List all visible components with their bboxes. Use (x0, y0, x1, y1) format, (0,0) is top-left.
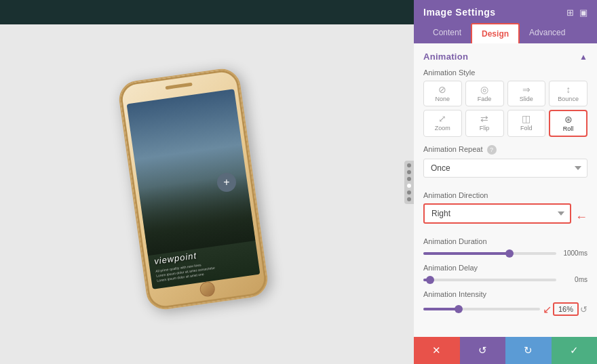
skyline-overlay (138, 173, 255, 255)
animation-intensity-track (423, 308, 540, 310)
save-button[interactable]: ✓ (552, 337, 598, 364)
anim-none[interactable]: ⊘ None (423, 81, 462, 106)
anim-none-label: None (436, 96, 450, 102)
panel-title: Image Settings (423, 7, 496, 18)
plus-icon: + (223, 176, 229, 188)
animation-intensity-fill (423, 308, 459, 310)
animation-delay-field: Animation Delay 0ms (423, 264, 588, 283)
phone-speaker (165, 82, 192, 89)
scroll-dot (407, 197, 411, 201)
add-element-button[interactable]: + (217, 173, 236, 192)
fold-icon: ◫ (522, 114, 531, 123)
phone-mockup: viewpoint All prime quality with new lin… (132, 74, 254, 304)
phone-frame: viewpoint All prime quality with new lin… (117, 66, 270, 312)
anim-zoom-label: Zoom (435, 125, 450, 132)
animation-delay-label: Animation Delay (423, 264, 588, 272)
animation-repeat-select[interactable]: Once Loop Infinite (423, 159, 588, 178)
anim-roll[interactable]: ⊛ Roll (549, 110, 588, 137)
tab-advanced[interactable]: Advanced (520, 23, 575, 43)
repeat-help-icon[interactable]: ? (487, 145, 497, 155)
scroll-dot-active (407, 184, 411, 188)
anim-slide[interactable]: ⇒ Slide (507, 81, 546, 106)
panel-body: Animation ▲ Animation Style ⊘ None ◎ Fad… (414, 43, 597, 337)
animation-duration-field: Animation Duration 1000ms (423, 237, 588, 257)
canvas-top-bar (0, 0, 414, 24)
anim-fold-label: Fold (520, 125, 533, 132)
intensity-reset-icon[interactable]: ↺ (580, 304, 588, 315)
anim-slide-label: Slide (520, 96, 533, 102)
action-bar: ✕ ↺ ↻ ✓ (414, 337, 597, 364)
panel-header: Image Settings ⊞ ▣ Content Design Advanc… (414, 0, 597, 43)
zoom-icon: ⤢ (438, 114, 446, 123)
settings-panel: Image Settings ⊞ ▣ Content Design Advanc… (414, 0, 597, 364)
tab-content[interactable]: Content (423, 23, 471, 43)
animation-delay-value: 0ms (562, 276, 588, 283)
animation-delay-thumb[interactable] (426, 276, 434, 284)
none-icon: ⊘ (438, 85, 446, 94)
fade-icon: ◎ (480, 85, 488, 94)
direction-arrow-indicator: ← (575, 210, 588, 224)
animation-section-header: Animation ▲ (423, 52, 588, 62)
settings-icon[interactable]: ⊞ (566, 7, 574, 18)
anim-roll-label: Roll (563, 125, 574, 132)
anim-fold[interactable]: ◫ Fold (507, 110, 546, 137)
animation-duration-label: Animation Duration (423, 237, 588, 245)
tab-design[interactable]: Design (471, 23, 520, 43)
direction-select-wrapper: Right Left Top Bottom Center (423, 203, 571, 224)
animation-direction-field: Animation Direction Right Left Top Botto… (423, 191, 588, 230)
panel-title-icons: ⊞ ▣ (566, 7, 588, 18)
phone-screen: viewpoint All prime quality with new lin… (127, 89, 261, 289)
redo-button[interactable]: ↻ (505, 337, 552, 364)
animation-repeat-field: Animation Repeat ? Once Loop Infinite (423, 145, 588, 184)
animation-delay-track (423, 279, 556, 281)
animation-direction-label: Animation Direction (423, 191, 588, 199)
anim-fade[interactable]: ◎ Fade (465, 81, 504, 106)
bounce-icon: ↕ (566, 85, 571, 94)
scroll-dot (407, 190, 411, 195)
animation-style-label: Animation Style (423, 68, 588, 77)
animation-duration-slider-row: 1000ms (423, 249, 588, 257)
animation-delay-slider-row: 0ms (423, 276, 588, 283)
animation-intensity-value: 16% (553, 302, 579, 316)
flip-icon: ⇄ (480, 114, 488, 123)
anim-flip-label: Flip (480, 125, 490, 132)
scroll-dot (407, 177, 411, 181)
scroll-indicator (404, 161, 414, 204)
animation-style-grid: ⊘ None ◎ Fade ⇒ Slide ↕ Bounce ⤢ Zoom (423, 81, 588, 137)
anim-zoom[interactable]: ⤢ Zoom (423, 110, 462, 137)
anim-bounce-label: Bounce (558, 96, 579, 102)
anim-flip[interactable]: ⇄ Flip (465, 110, 504, 137)
anim-bounce[interactable]: ↕ Bounce (549, 81, 588, 106)
reset-button[interactable]: ↺ (460, 337, 506, 364)
animation-duration-track (423, 252, 556, 255)
animation-duration-thumb[interactable] (505, 249, 514, 258)
animation-intensity-field: Animation Intensity ↙ 16% ↺ (423, 290, 588, 316)
anim-fade-label: Fade (478, 96, 492, 102)
slide-icon: ⇒ (522, 85, 531, 94)
layout-icon[interactable]: ▣ (579, 7, 588, 18)
animation-repeat-label: Animation Repeat ? (423, 145, 588, 155)
animation-duration-fill (423, 252, 509, 255)
panel-tabs: Content Design Advanced (423, 23, 588, 43)
animation-direction-select[interactable]: Right Left Top Bottom Center (423, 203, 571, 224)
animation-intensity-label: Animation Intensity (423, 290, 588, 298)
section-collapse-icon[interactable]: ▲ (579, 52, 588, 62)
animation-style-field: Animation Style ⊘ None ◎ Fade ⇒ Slide ↕ … (423, 68, 588, 137)
roll-icon: ⊛ (564, 115, 573, 124)
scroll-dot (407, 163, 411, 167)
intensity-arrow-indicator: ↙ (543, 303, 552, 316)
canvas-area: viewpoint All prime quality with new lin… (0, 0, 414, 364)
animation-duration-value: 1000ms (562, 249, 588, 257)
phone-home-button (199, 281, 216, 298)
scroll-dot (407, 170, 411, 174)
cancel-button[interactable]: ✕ (414, 337, 460, 364)
animation-intensity-thumb[interactable] (455, 305, 463, 313)
animation-section-title: Animation (423, 52, 468, 62)
panel-title-row: Image Settings ⊞ ▣ (423, 7, 588, 18)
